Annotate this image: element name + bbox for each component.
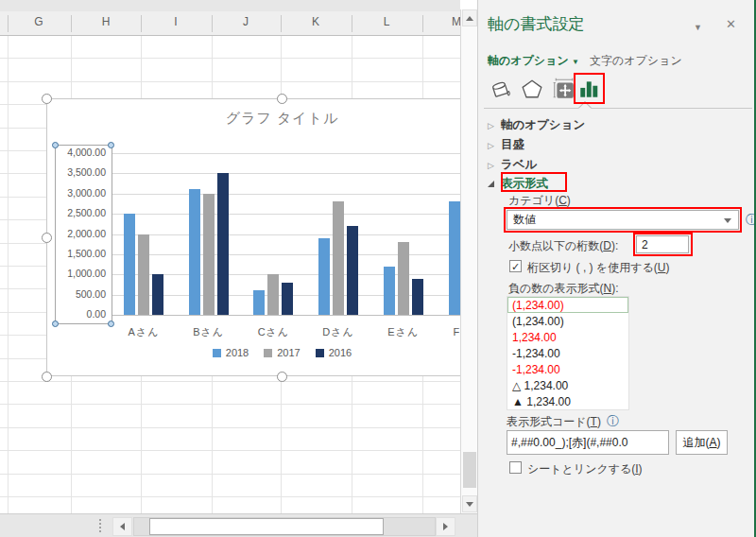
format-axis-pane: 軸の書式設定 ▼ ✕ 軸のオプション ▼ 文字のオプション ▷ 軸のオプション — [477, 0, 756, 537]
worksheet-area[interactable]: GHIJKLM グラフ タイトル 201820172016 4,000.003,… — [0, 0, 460, 513]
selection-handle[interactable] — [42, 233, 52, 243]
add-button[interactable]: 追加(A) — [676, 430, 728, 455]
legend-swatch — [264, 349, 272, 357]
format-code-label: 表示形式コード(T) — [507, 414, 601, 430]
tab-split-handle[interactable] — [99, 519, 101, 532]
section-label: 目盛 — [501, 137, 524, 153]
horizontal-scroll-track[interactable] — [133, 517, 436, 536]
bar-2018-Eさん[interactable] — [384, 267, 395, 315]
pane-menu-caret-icon[interactable]: ▼ — [694, 23, 702, 32]
horizontal-scroll-thumb[interactable] — [149, 518, 384, 535]
highlight-chart-icon — [574, 73, 605, 104]
axis-handle[interactable] — [108, 142, 114, 148]
header-separator — [212, 15, 213, 32]
selection-handle[interactable] — [42, 94, 52, 104]
selection-handle[interactable] — [277, 94, 287, 104]
effects-icon[interactable] — [521, 78, 545, 102]
section-axis-options[interactable]: ▷ 軸のオプション — [488, 117, 585, 133]
scroll-up-button[interactable] — [462, 9, 477, 26]
selection-handle[interactable] — [42, 372, 52, 382]
x-axis-category-label: Dさん — [306, 325, 370, 339]
legend-label: 2018 — [226, 347, 249, 358]
bar-2017-Dさん[interactable] — [333, 201, 344, 315]
tab-axis-options[interactable]: 軸のオプション ▼ — [488, 53, 579, 69]
scroll-left-button[interactable] — [112, 517, 132, 536]
column-header-K[interactable]: K — [297, 15, 335, 28]
negative-format-option[interactable]: 1,234.00 — [507, 329, 628, 345]
vertical-scroll-thumb[interactable] — [463, 452, 476, 488]
axis-handle[interactable] — [52, 320, 59, 327]
bar-2016-Cさん[interactable] — [282, 283, 293, 315]
negative-format-option[interactable]: -1,234.00 — [507, 345, 628, 361]
header-separator — [352, 15, 352, 32]
y-axis-tick-label: 1,000.00 — [51, 268, 106, 279]
bar-2016-Aさん[interactable] — [152, 274, 163, 315]
thousands-checkbox[interactable]: ✓ — [509, 260, 522, 272]
bar-2016-Eさん[interactable] — [412, 279, 423, 315]
legend-swatch — [213, 349, 221, 357]
negative-format-listbox[interactable]: (1,234.00)(1,234.00)1,234.00-1,234.00-1,… — [507, 296, 629, 410]
chart[interactable]: グラフ タイトル 201820172016 4,000.003,500.003,… — [46, 98, 460, 376]
x-axis-category-label: Cさん — [241, 325, 305, 339]
bar-2018-Cさん[interactable] — [253, 290, 265, 315]
link-sheet-checkbox[interactable] — [509, 461, 522, 474]
chart-gridline — [112, 153, 460, 154]
bar-2017-Eさん[interactable] — [398, 242, 409, 315]
bar-2018-Dさん[interactable] — [318, 238, 330, 315]
section-tick-marks[interactable]: ▷ 目盛 — [488, 137, 524, 153]
axis-handle[interactable] — [52, 142, 59, 148]
bar-2018-Fさん[interactable] — [449, 201, 460, 315]
scroll-right-button[interactable] — [436, 517, 455, 536]
format-code-input[interactable]: #,##0.00_);[赤](#,##0.0 — [507, 430, 669, 455]
column-header-J[interactable]: J — [227, 15, 265, 28]
gridline — [8, 36, 9, 513]
section-labels[interactable]: ▷ ラベル — [488, 157, 537, 173]
scroll-down-button[interactable] — [462, 495, 477, 512]
x-axis-category-label: Fさん — [437, 325, 461, 339]
y-axis-tick-label: 0.00 — [51, 308, 106, 320]
bar-2016-Dさん[interactable] — [347, 226, 358, 315]
legend-label: 2017 — [277, 347, 300, 358]
bar-2018-Aさん[interactable] — [124, 214, 135, 315]
chart-title[interactable]: グラフ タイトル — [47, 110, 460, 128]
format-code-row: 表示形式コード(T) ⓘ — [507, 413, 619, 430]
bar-2016-Bさん[interactable] — [217, 173, 229, 315]
column-header-G[interactable]: G — [20, 15, 58, 28]
chart-gridline — [112, 194, 460, 195]
y-axis-tick-label: 2,000.00 — [51, 228, 106, 239]
bar-2017-Aさん[interactable] — [138, 234, 149, 316]
vertical-scrollbar[interactable] — [460, 9, 477, 513]
column-header-H[interactable]: H — [87, 15, 125, 28]
legend-item-2018[interactable]: 2018 — [213, 347, 249, 358]
header-separator — [281, 15, 282, 32]
tab-text-options[interactable]: 文字のオプション — [590, 53, 682, 69]
bar-2018-Bさん[interactable] — [189, 189, 200, 315]
bar-2017-Cさん[interactable] — [267, 274, 279, 315]
header-separator — [422, 15, 423, 32]
column-header-I[interactable]: I — [157, 15, 195, 28]
column-header-M[interactable]: M — [438, 15, 460, 28]
legend-item-2017[interactable]: 2017 — [264, 347, 300, 358]
pane-close-icon[interactable]: ✕ — [726, 17, 736, 31]
y-axis-tick-label: 500.00 — [51, 288, 106, 300]
fill-line-icon[interactable] — [489, 78, 513, 102]
down-arrow-icon — [466, 502, 473, 507]
divider — [484, 108, 752, 109]
legend-item-2016[interactable]: 2016 — [316, 347, 352, 358]
left-arrow-icon — [120, 523, 125, 530]
y-axis-tick-label: 3,500.00 — [51, 166, 106, 178]
negative-format-option[interactable]: △ 1,234.00 — [507, 377, 628, 393]
right-arrow-icon — [443, 523, 448, 530]
negative-format-option[interactable]: (1,234.00) — [507, 313, 628, 329]
negative-format-option[interactable]: (1,234.00) — [507, 297, 628, 313]
column-header-L[interactable]: L — [368, 15, 405, 28]
negative-format-option[interactable]: ▲ 1,234.00 — [507, 393, 628, 409]
info-icon[interactable]: ⓘ — [607, 413, 619, 430]
negative-format-option[interactable]: -1,234.00 — [507, 361, 628, 377]
bar-2017-Bさん[interactable] — [203, 194, 215, 315]
axis-handle[interactable] — [108, 320, 114, 327]
chart-legend[interactable]: 201820172016 — [47, 347, 460, 358]
chart-gridline — [112, 234, 460, 235]
selection-handle[interactable] — [277, 372, 287, 382]
pane-title: 軸の書式設定 — [488, 13, 584, 35]
